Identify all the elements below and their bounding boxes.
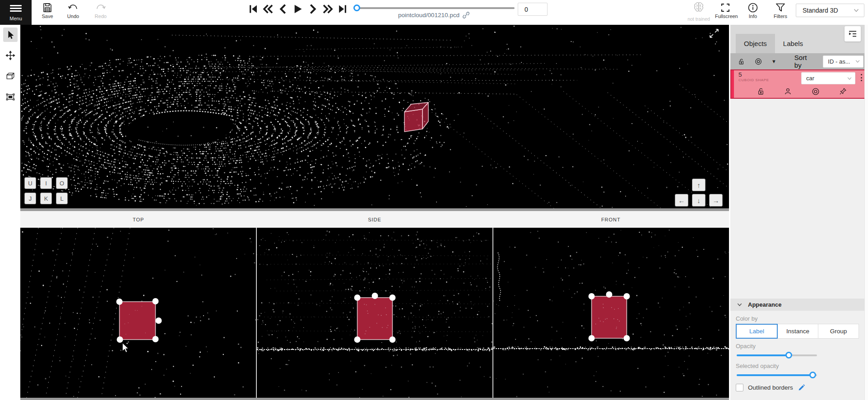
opacity-slider[interactable] (737, 351, 817, 359)
view-mode-select[interactable]: Standard 3D (796, 4, 864, 17)
pencil-icon[interactable] (798, 384, 805, 391)
panel-collapse-button[interactable] (845, 26, 861, 41)
fast-forward-icon (322, 4, 333, 14)
right-panel: Objects Labels ▼ Sort by ID - as... 5 CU… (730, 25, 868, 400)
top-view-label: TOP (20, 211, 256, 228)
selected-opacity-slider[interactable] (737, 371, 817, 379)
step-forward-button[interactable] (307, 3, 319, 15)
tool-sidebar (0, 25, 20, 400)
object-visibility-icon[interactable] (811, 87, 820, 96)
chevron-down-icon (847, 76, 852, 81)
nav-right-key[interactable]: → (709, 194, 723, 207)
skip-end-icon (338, 4, 348, 14)
save-button[interactable]: Save (37, 2, 58, 19)
object-author-icon[interactable] (784, 87, 792, 96)
cursor-icon (5, 30, 15, 40)
fast-backward-icon (263, 4, 274, 14)
fullscreen-button[interactable]: Fullscreen (715, 2, 736, 19)
info-icon (747, 2, 758, 13)
playback-controls (247, 3, 348, 15)
play-icon (293, 4, 303, 14)
object-pin-icon[interactable] (839, 87, 847, 96)
tab-objects[interactable]: Objects (736, 34, 775, 53)
point-cloud-top (20, 228, 256, 400)
hotkey-k[interactable]: K (40, 193, 52, 204)
hotkey-j[interactable]: J (24, 193, 36, 204)
play-button[interactable] (292, 3, 304, 15)
sort-select[interactable]: ID - as... (823, 55, 863, 68)
step-backward-button[interactable] (277, 3, 289, 15)
selected-opacity-slider-thumb[interactable] (809, 372, 816, 378)
fast-forward-button[interactable] (322, 3, 334, 15)
fullscreen-icon (720, 2, 731, 13)
frame-slider[interactable] (353, 5, 515, 12)
point-cloud-side (257, 228, 492, 400)
appearance-section: Appearance Color by Label Instance Group… (730, 299, 864, 400)
hotkey-u[interactable]: U (24, 177, 36, 189)
menu-button[interactable]: Menu (0, 0, 32, 25)
frame-slider-thumb[interactable] (353, 5, 360, 11)
brain-icon (692, 1, 706, 14)
color-by-instance-option[interactable]: Instance (778, 324, 818, 339)
link-icon[interactable] (462, 11, 470, 19)
color-by-segmented: Label Instance Group (736, 324, 859, 339)
nav-left-key[interactable]: ← (675, 194, 688, 207)
object-lock-icon[interactable] (757, 87, 765, 96)
panel-collapse-icon (848, 29, 858, 39)
color-by-label-option[interactable]: Label (736, 324, 778, 339)
cuboid-annotation-side-view[interactable] (354, 293, 396, 343)
skip-to-start-button[interactable] (247, 3, 259, 15)
outlined-borders-label: Outlined borders (748, 384, 793, 391)
cuboid-annotation-3d[interactable] (404, 102, 428, 132)
front-view-pane[interactable] (493, 228, 729, 400)
main-3d-viewport[interactable]: U I O J K L ↑ ← ↓ → (20, 25, 729, 208)
lock-all-icon[interactable] (738, 57, 745, 66)
skip-to-end-button[interactable] (337, 3, 348, 15)
save-icon (42, 2, 53, 13)
hotkey-i[interactable]: I (40, 177, 52, 189)
info-button[interactable]: Info (743, 2, 763, 19)
objects-toolbar: ▼ Sort by ID - as... (730, 53, 868, 69)
top-view-pane[interactable] (20, 228, 256, 400)
hamburger-icon (10, 4, 22, 14)
side-view-pane[interactable] (257, 228, 492, 400)
opacity-slider-thumb[interactable] (785, 352, 792, 359)
hotkey-o[interactable]: O (56, 177, 68, 189)
ortho-panes (20, 228, 729, 400)
bottom-splitter[interactable] (20, 398, 729, 400)
object-list-item[interactable]: 5 CUBOID SHAPE car (730, 69, 868, 99)
color-by-group-option[interactable]: Group (818, 324, 859, 339)
filters-icon (775, 2, 786, 13)
skip-start-icon (248, 4, 258, 14)
undo-button[interactable]: Undo (63, 2, 84, 19)
chevron-down-icon (853, 7, 859, 14)
hotkey-l[interactable]: L (56, 193, 68, 204)
filters-button[interactable]: Filters (770, 2, 791, 19)
ai-status[interactable]: not trained (686, 1, 711, 22)
appearance-header[interactable]: Appearance (730, 299, 864, 311)
nav-up-key[interactable]: ↑ (692, 179, 706, 191)
expand-all-icon[interactable]: ▼ (771, 59, 776, 64)
visibility-all-icon[interactable] (754, 57, 762, 66)
select-tool-button[interactable] (3, 28, 18, 42)
expand-arrows-icon (708, 28, 720, 39)
cuboid-annotation-top-view[interactable] (116, 298, 162, 343)
frame-number-input[interactable] (518, 3, 548, 16)
redo-icon (95, 2, 107, 13)
cuboid-tool-button[interactable] (3, 69, 18, 83)
object-class-select[interactable]: car (801, 72, 855, 84)
cuboid-annotation-front-view[interactable] (589, 291, 630, 341)
fast-backward-button[interactable] (262, 3, 274, 15)
top-toolbar: Menu Save Undo Redo pointcloud/001210.pc… (0, 0, 868, 25)
panel-scrollbar[interactable] (864, 25, 868, 400)
redo-button[interactable]: Redo (90, 2, 111, 19)
viewport-expand-button[interactable] (708, 28, 720, 39)
image-annotation-tool-button[interactable] (3, 90, 18, 104)
outlined-borders-checkbox[interactable] (736, 384, 743, 391)
tab-labels[interactable]: Labels (775, 34, 811, 53)
frame-slider-track[interactable] (353, 7, 515, 9)
side-view-label: SIDE (256, 211, 492, 228)
nav-down-key[interactable]: ↓ (692, 194, 706, 207)
move-tool-button[interactable] (3, 48, 18, 63)
menu-label: Menu (9, 16, 22, 21)
